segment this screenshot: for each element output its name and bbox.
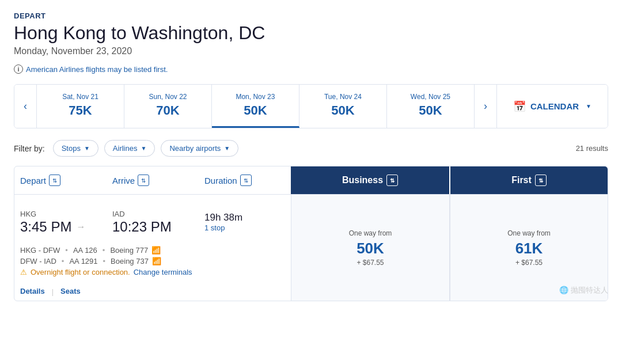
nearby-airports-filter-btn[interactable]: Nearby airports ▼	[161, 140, 238, 157]
route-detail-2: DFW - IAD • AA 1291 • Boeing 737 📶	[20, 257, 285, 266]
date-label-1: Sun, Nov 22	[130, 93, 206, 101]
calendar-label: CALENDAR	[530, 101, 579, 111]
date-label-3: Tue, Nov 24	[305, 93, 381, 101]
info-icon: i	[14, 65, 23, 74]
first-header-label: First	[511, 175, 532, 185]
depart-sort-icon: ⇅	[49, 175, 60, 186]
action-row: Details | Seats	[14, 282, 291, 301]
aircraft1-text: Boeing 777	[110, 246, 148, 255]
arrive-col-header[interactable]: Arrive ⇅	[107, 166, 199, 194]
wifi-icon-1: 📶	[151, 246, 161, 255]
warning-row: ⚠ Overnight flight or connection. Change…	[20, 268, 285, 276]
stops-chevron-icon: ▼	[84, 145, 90, 151]
date-points-0: 75K	[43, 103, 118, 118]
duration-header-label: Duration	[204, 176, 237, 185]
business-sort-icon: ⇅	[386, 175, 398, 186]
route2-text: DFW - IAD	[20, 257, 56, 266]
route-title: Hong Kong to Washington, DC	[14, 22, 608, 44]
depart-header-label: Depart	[20, 176, 46, 185]
watermark: 🌐 抛囤特达人	[559, 285, 608, 295]
arrive-airport: IAD	[112, 210, 193, 218]
results-header: Depart ⇅ Arrive ⇅ Duration ⇅ Business ⇅ …	[14, 166, 608, 194]
route-details: HKG - DFW • AA 126 • Boeing 777 📶 DFW - …	[14, 244, 291, 282]
depart-airport: HKG	[20, 210, 101, 218]
first-one-way-label: One way from	[507, 229, 551, 237]
business-header-label: Business	[342, 175, 383, 185]
depart-col-header[interactable]: Depart ⇅	[14, 166, 107, 194]
business-price-cash: + $67.55	[356, 259, 384, 267]
filter-bar: Filter by: Stops ▼ Airlines ▼ Nearby air…	[14, 140, 608, 157]
stops-label: Stops	[62, 144, 81, 153]
airlines-label: Airlines	[113, 144, 138, 153]
date-options: Sat, Nov 21 75K Sun, Nov 22 70K Mon, Nov…	[37, 85, 474, 128]
filter-left: Filter by: Stops ▼ Airlines ▼ Nearby air…	[14, 140, 238, 157]
change-terminals-link[interactable]: Change terminals	[134, 268, 192, 276]
calendar-icon: 📅	[513, 100, 526, 113]
link-separator: |	[52, 287, 54, 296]
date-subtitle: Monday, November 23, 2020	[14, 46, 608, 56]
date-option-4[interactable]: Wed, Nov 25 50K	[387, 85, 474, 128]
warning-icon: ⚠	[20, 268, 27, 276]
flight-row: HKG 3:45 PM → IAD 10:23 PM 19h 38m	[14, 194, 608, 301]
date-option-0[interactable]: Sat, Nov 21 75K	[37, 85, 124, 128]
warning-text: Overnight flight or connection.	[31, 268, 130, 276]
business-col-header[interactable]: Business ⇅	[291, 166, 449, 194]
date-points-3: 50K	[305, 103, 381, 118]
nearby-airports-chevron-icon: ▼	[224, 145, 230, 151]
date-points-4: 50K	[393, 103, 468, 118]
prev-date-btn[interactable]: ‹	[14, 85, 37, 128]
nearby-airports-label: Nearby airports	[169, 144, 221, 153]
airlines-chevron-icon: ▼	[141, 145, 146, 151]
duration-col-header[interactable]: Duration ⇅	[199, 166, 291, 194]
arrive-time: 10:23 PM	[112, 219, 193, 234]
watermark-text: 🌐 抛囤特达人	[559, 285, 608, 295]
date-option-1[interactable]: Sun, Nov 22 70K	[124, 85, 212, 128]
wifi-icon-2: 📶	[152, 257, 161, 266]
business-price-cell[interactable]: One way from 50K + $67.55	[291, 195, 449, 301]
flight2-text: AA 1291	[69, 257, 97, 266]
airlines-filter-btn[interactable]: Airlines ▼	[104, 140, 156, 157]
details-link[interactable]: Details	[20, 287, 45, 296]
date-label-0: Sat, Nov 21	[43, 93, 118, 101]
first-price-cash: + $67.55	[515, 259, 543, 267]
info-notice: i American Airlines flights may be liste…	[14, 65, 608, 74]
next-date-btn[interactable]: ›	[474, 85, 496, 128]
date-label-4: Wed, Nov 25	[393, 93, 468, 101]
notice-text: American Airlines flights may be listed …	[26, 65, 168, 74]
arrive-sort-icon: ⇅	[138, 175, 149, 186]
depart-info: HKG 3:45 PM →	[14, 204, 107, 240]
aircraft2-text: Boeing 737	[111, 257, 149, 266]
date-strip: ‹ Sat, Nov 21 75K Sun, Nov 22 70K Mon, N…	[14, 84, 608, 128]
date-points-1: 70K	[130, 103, 206, 118]
duration-sort-icon: ⇅	[240, 175, 252, 186]
depart-label: DEPART	[14, 12, 608, 20]
duration-info: 19h 38m 1 stop	[199, 206, 291, 238]
stops-text: 1 stop	[204, 223, 285, 232]
flight-info-left: HKG 3:45 PM → IAD 10:23 PM 19h 38m	[14, 195, 291, 301]
flight1-text: AA 126	[73, 246, 97, 255]
duration-text: 19h 38m	[204, 212, 285, 223]
business-price-points: 50K	[356, 240, 384, 257]
date-option-3[interactable]: Tue, Nov 24 50K	[299, 85, 387, 128]
arrive-header-label: Arrive	[112, 176, 135, 185]
calendar-chevron-icon: ▼	[586, 103, 591, 109]
first-sort-icon: ⇅	[535, 175, 547, 186]
filter-label: Filter by:	[14, 144, 45, 153]
route-detail-1: HKG - DFW • AA 126 • Boeing 777 📶	[20, 246, 285, 255]
results-count: 21 results	[576, 144, 608, 153]
first-price-points: 61K	[515, 240, 543, 257]
date-option-2[interactable]: Mon, Nov 23 50K	[212, 85, 299, 128]
stops-filter-btn[interactable]: Stops ▼	[53, 140, 98, 157]
seats-link[interactable]: Seats	[60, 287, 81, 296]
results-wrapper: Depart ⇅ Arrive ⇅ Duration ⇅ Business ⇅ …	[14, 166, 608, 301]
first-col-header[interactable]: First ⇅	[450, 166, 608, 194]
flight-main-row: HKG 3:45 PM → IAD 10:23 PM 19h 38m	[14, 195, 291, 244]
calendar-btn[interactable]: 📅 CALENDAR ▼	[496, 85, 608, 128]
route1-text: HKG - DFW	[20, 246, 60, 255]
date-label-2: Mon, Nov 23	[218, 93, 293, 101]
date-points-2: 50K	[218, 103, 293, 118]
business-one-way-label: One way from	[349, 229, 392, 237]
depart-time: 3:45 PM	[20, 219, 71, 234]
arrive-info: IAD 10:23 PM	[107, 204, 199, 240]
arrow-icon: →	[76, 222, 85, 232]
